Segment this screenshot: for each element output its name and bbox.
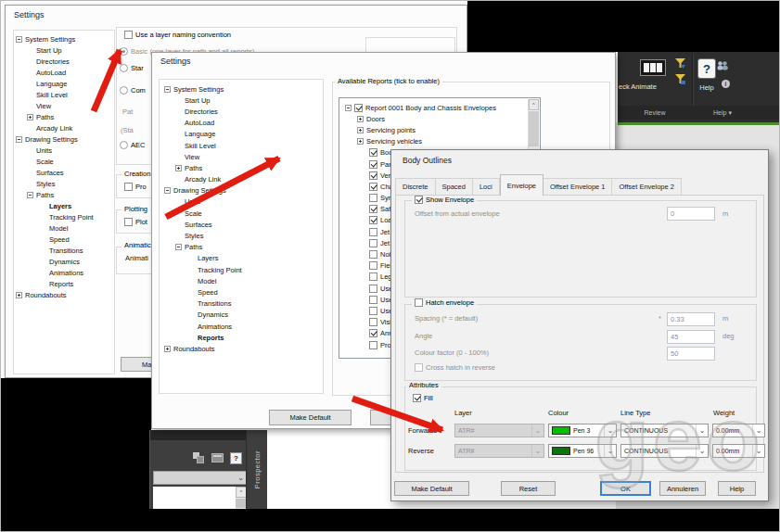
tab[interactable]: Envelope <box>500 174 543 196</box>
tree-item[interactable]: Transitions <box>160 298 323 310</box>
report-checkbox[interactable] <box>369 216 377 224</box>
ok-button[interactable]: OK <box>600 481 651 496</box>
tab[interactable]: Offset Envelope 1 <box>543 178 612 196</box>
tree-item[interactable]: System Settings <box>14 33 114 44</box>
tree-item[interactable]: Tracking Point <box>14 211 114 222</box>
report-item[interactable]: Doors <box>339 113 540 124</box>
tree-item[interactable]: Surfaces <box>14 167 114 178</box>
tree-item[interactable]: Paths <box>160 162 323 173</box>
tree-item[interactable]: Roundabouts <box>14 289 114 300</box>
report-checkbox[interactable] <box>369 194 377 202</box>
report-item[interactable]: Servicing points <box>339 124 540 135</box>
prompt-row[interactable]: Pro <box>121 183 149 191</box>
linetype-select[interactable]: CONTINUOUS⌄ <box>620 444 709 458</box>
tree-item[interactable]: Dynamics <box>14 256 114 267</box>
checkbox[interactable] <box>415 196 423 204</box>
table-icon[interactable] <box>211 453 224 462</box>
report-checkbox[interactable] <box>369 171 377 180</box>
radio-icon[interactable] <box>120 86 128 95</box>
tab[interactable]: Offset Envelope 2 <box>612 178 681 196</box>
cancel-button[interactable]: Annuleren <box>659 481 706 496</box>
tree-item[interactable]: Units <box>160 196 323 208</box>
tree-expander-icon[interactable] <box>164 346 171 352</box>
radio-icon[interactable] <box>120 64 128 72</box>
tree-expander-icon[interactable] <box>175 244 182 250</box>
report-item[interactable]: Servicing vehicles <box>339 136 540 147</box>
tree-item[interactable]: Reports <box>14 278 114 289</box>
report-checkbox[interactable] <box>369 228 377 236</box>
report-checkbox[interactable] <box>369 250 377 259</box>
report-checkbox[interactable] <box>369 148 377 157</box>
tree-item[interactable]: Animations <box>14 267 114 278</box>
report-checkbox[interactable] <box>354 104 363 112</box>
ribbon-group-help[interactable]: Help ▾ <box>713 109 732 117</box>
make-default-button[interactable]: Make Default <box>269 410 352 425</box>
reset-button[interactable]: Reset <box>501 481 556 496</box>
layers-icon[interactable] <box>193 452 199 459</box>
report-checkbox[interactable] <box>369 205 377 213</box>
tree-item[interactable]: Surfaces <box>160 219 323 230</box>
checkbox[interactable] <box>415 363 423 372</box>
radio-icon[interactable] <box>120 47 128 56</box>
tree-item[interactable]: Speed <box>160 286 323 298</box>
tree-item[interactable]: Arcady Link <box>14 122 114 133</box>
tree-item[interactable]: Skill Level <box>14 89 114 100</box>
tab[interactable]: Discrete <box>395 178 436 196</box>
tree-item[interactable]: View <box>160 151 323 162</box>
linetype-select[interactable]: CONTINUOUS⌄ <box>620 424 709 437</box>
tree-item[interactable]: Layers <box>160 253 323 264</box>
panel-help-icon[interactable]: ? <box>230 452 242 464</box>
radio-start[interactable]: Star <box>117 64 147 72</box>
spacing-input[interactable]: 0.33 <box>667 312 715 326</box>
report-checkbox[interactable] <box>369 183 377 191</box>
tree-item[interactable]: Drawing Settings <box>14 133 114 145</box>
animate-icon[interactable] <box>640 59 666 76</box>
tree-expander-icon[interactable] <box>27 114 33 120</box>
fill-row[interactable]: Fill <box>410 394 436 402</box>
help-button[interactable]: Help <box>718 481 756 496</box>
tree-item[interactable]: AutoLoad <box>14 67 114 78</box>
weight-select[interactable]: 0.00mm⌄ <box>712 424 765 437</box>
tree-item[interactable]: System Settings <box>160 83 323 95</box>
tree-expander-icon[interactable] <box>16 292 22 298</box>
tree-item[interactable]: Layers <box>14 200 114 211</box>
tree-item[interactable]: Styles <box>160 230 323 241</box>
ribbon-group-review[interactable]: Review <box>645 109 666 116</box>
checkbox[interactable] <box>124 183 133 191</box>
report-checkbox[interactable] <box>369 285 377 293</box>
prospector-dropdown[interactable]: ⌄ <box>153 471 247 485</box>
report-checkbox[interactable] <box>369 307 377 315</box>
scroll-up-icon[interactable]: ^ <box>529 99 539 110</box>
report-checkbox[interactable] <box>369 329 377 337</box>
help-button[interactable]: ? <box>697 58 716 79</box>
report-checkbox[interactable] <box>369 239 377 247</box>
community-icon[interactable] <box>716 61 729 70</box>
tree-item[interactable]: Scale <box>14 156 114 167</box>
tab-prospector[interactable]: Prospector <box>246 430 267 509</box>
show-envelope-row[interactable]: Show Envelope <box>412 196 477 204</box>
tree-item[interactable]: Roundabouts <box>160 343 323 354</box>
tree-item[interactable]: Speed <box>14 234 114 245</box>
hatch-envelope-row[interactable]: Hatch envelope <box>412 298 477 307</box>
tree-item[interactable]: AutoLoad <box>160 118 323 129</box>
checkbox[interactable] <box>124 31 133 39</box>
tree-item[interactable]: Animations <box>160 321 323 332</box>
tree-expander-icon[interactable] <box>16 136 22 143</box>
radio-icon[interactable] <box>120 141 128 149</box>
tree-item[interactable]: Reports <box>160 332 323 343</box>
tree-item[interactable]: Scale <box>160 208 323 219</box>
tree-item[interactable]: Transitions <box>14 245 114 256</box>
layer-select[interactable]: ATR#⌄ <box>454 444 544 458</box>
radio-com[interactable]: Com <box>117 86 148 95</box>
make-default-button[interactable]: Make Default <box>394 481 469 496</box>
reset-button-fragment[interactable] <box>370 410 392 425</box>
layer-convention-row[interactable]: Use a layer naming convention <box>121 31 234 39</box>
layer-select[interactable]: ATR#⌄ <box>454 424 544 437</box>
tree-item[interactable]: Paths <box>14 189 114 200</box>
tab[interactable]: Loci <box>473 178 500 196</box>
tree-item[interactable]: Language <box>14 78 114 89</box>
offset-input[interactable]: 0 <box>667 207 715 221</box>
cross-hatch-row[interactable]: Cross hatch in reverse <box>412 363 498 372</box>
plot-row[interactable]: Plot <box>121 218 150 226</box>
tree-expander-icon[interactable] <box>357 116 364 122</box>
